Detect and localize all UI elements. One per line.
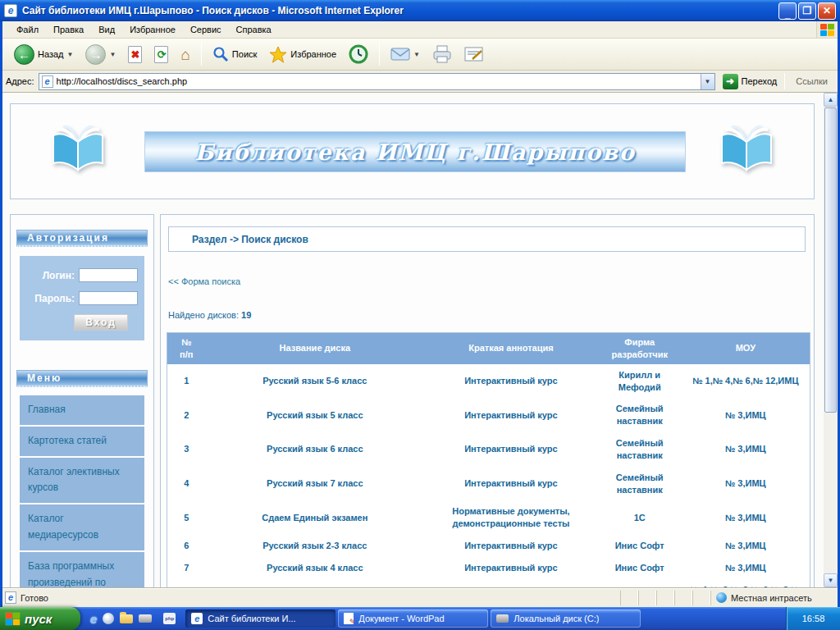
ie-menu-item[interactable]: Справка bbox=[229, 22, 279, 37]
scrollbar-thumb[interactable] bbox=[824, 107, 837, 413]
back-dropdown-icon[interactable]: ▼ bbox=[67, 51, 74, 58]
back-button[interactable]: ← Назад ▼ bbox=[9, 41, 78, 67]
table-cell: Интерактивный курс bbox=[424, 432, 598, 467]
security-zone: Местная интрасеть bbox=[710, 591, 835, 605]
links-separator bbox=[784, 73, 785, 89]
forward-dropdown-icon[interactable]: ▼ bbox=[109, 51, 116, 58]
links-label[interactable]: Ссылки bbox=[789, 76, 834, 86]
table-header-cell: Краткая аннотация bbox=[424, 333, 598, 364]
search-form-link[interactable]: << Форма поиска bbox=[168, 276, 240, 286]
login-input[interactable] bbox=[79, 268, 138, 282]
quick-launch: e bbox=[80, 607, 184, 630]
table-cell: № 1,№ 2,№ 3,№ 6,№ 8,№ 12,ИМЦ bbox=[682, 579, 810, 587]
ie-menubar-items: ФайлПравкаВидИзбранноеСервисСправка bbox=[9, 22, 279, 37]
restore-button[interactable]: ❐ bbox=[798, 2, 816, 20]
ie-menu-item[interactable]: Избранное bbox=[122, 22, 183, 37]
login-label: Логин: bbox=[43, 270, 75, 281]
cd-icon[interactable] bbox=[103, 613, 114, 624]
favorites-button[interactable]: Избранное bbox=[264, 41, 341, 67]
ie-menu-item[interactable]: Правка bbox=[46, 22, 91, 37]
password-label: Пароль: bbox=[34, 293, 75, 304]
taskbar-task[interactable]: Документ - WordPad bbox=[338, 609, 488, 628]
mail-dropdown-icon[interactable]: ▼ bbox=[413, 51, 420, 58]
table-cell: 6 bbox=[167, 535, 206, 557]
table-header-row: № п/пНазвание дискаКраткая аннотацияФирм… bbox=[167, 333, 810, 364]
status-separator bbox=[656, 591, 674, 605]
minimize-button[interactable]: _ bbox=[778, 2, 797, 20]
toolbar-separator bbox=[379, 43, 380, 66]
address-input[interactable] bbox=[53, 75, 701, 89]
taskbar-task[interactable]: Локальный диск (C:) bbox=[491, 609, 641, 628]
folder-icon[interactable] bbox=[120, 614, 133, 623]
taskbar-task[interactable]: eСайт библиотеки И... bbox=[185, 609, 336, 628]
table-cell: Семейный наставник bbox=[598, 467, 682, 501]
start-button[interactable]: пуск bbox=[0, 607, 80, 630]
sidebar-item[interactable]: Каталог медиаресурсов bbox=[20, 504, 144, 550]
task-label: Документ - WordPad bbox=[358, 614, 444, 623]
table-cell: Нормативные документы, демонстрационные … bbox=[424, 500, 598, 535]
favorites-label: Избранное bbox=[290, 49, 336, 59]
sidebar-item[interactable]: База программных произведений по литерат… bbox=[20, 552, 144, 587]
site-banner: Библиотека ИМЦ г.Шарыпово bbox=[144, 131, 686, 172]
table-row: 7Русский язык 4 классИнтерактивный курсИ… bbox=[167, 557, 810, 579]
table-cell: Интерактивный курс bbox=[424, 535, 598, 557]
edit-button[interactable] bbox=[459, 41, 489, 67]
table-cell: Инис Софт bbox=[598, 557, 682, 579]
vertical-scrollbar[interactable]: ▲ ▼ bbox=[824, 93, 838, 587]
php-icon[interactable] bbox=[163, 613, 176, 624]
stop-button[interactable]: ✖ bbox=[123, 41, 147, 67]
home-button[interactable]: ⌂ bbox=[176, 41, 194, 67]
ie-icon: e bbox=[191, 613, 203, 624]
window-title: Сайт библиотеки ИМЦ г.Шарыпово - Поиск д… bbox=[22, 5, 777, 16]
forward-button[interactable]: → ▼ bbox=[80, 41, 121, 67]
intranet-globe-icon bbox=[716, 592, 727, 603]
table-cell: № 3,ИМЦ bbox=[682, 557, 810, 579]
sidebar-item[interactable]: Картотека статей bbox=[20, 427, 144, 456]
ie-menu-item[interactable]: Вид bbox=[91, 22, 122, 37]
status-separator bbox=[638, 591, 656, 605]
table-cell: Семейный наставник bbox=[598, 432, 682, 467]
table-row: 6Русский язык 2-3 классИнтерактивный кур… bbox=[167, 535, 810, 557]
table-cell: 7 bbox=[167, 557, 206, 579]
drive-icon[interactable] bbox=[139, 614, 152, 623]
table-cell: № 3,ИМЦ bbox=[682, 535, 810, 557]
history-button[interactable] bbox=[344, 41, 373, 67]
breadcrumb: Раздел -> Поиск дисков bbox=[168, 226, 806, 252]
ie-icon[interactable]: e bbox=[90, 612, 97, 626]
history-icon bbox=[349, 44, 368, 64]
scroll-down-icon[interactable]: ▼ bbox=[824, 573, 838, 587]
sidebar: Авторизация Логин: Пароль: Вход Меню bbox=[10, 214, 154, 587]
table-cell: Семейный наставник bbox=[598, 398, 682, 432]
table-cell: Интерактивный курс bbox=[424, 579, 598, 587]
search-button[interactable]: Поиск bbox=[208, 41, 262, 67]
address-dropdown-icon[interactable]: ▼ bbox=[701, 74, 714, 89]
browser-viewport: Библиотека ИМЦ г.Шарыпово Авторизация bbox=[2, 93, 838, 587]
task-label: Сайт библиотеки И... bbox=[208, 614, 295, 623]
mail-button[interactable]: ▼ bbox=[386, 41, 425, 67]
clock-time: 16:58 bbox=[802, 614, 825, 623]
table-cell: № 3,ИМЦ bbox=[682, 398, 810, 432]
table-cell: Русский язык bbox=[206, 579, 425, 587]
print-button[interactable] bbox=[427, 41, 457, 67]
table-cell: Русский язык 6 класс bbox=[206, 432, 425, 467]
table-cell: № 3,ИМЦ bbox=[682, 432, 810, 467]
refresh-button[interactable]: ⟳ bbox=[149, 41, 173, 67]
task-label: Локальный диск (C:) bbox=[514, 614, 599, 623]
password-input[interactable] bbox=[79, 291, 138, 305]
zone-label: Местная интрасеть bbox=[731, 593, 812, 603]
windows-logo-icon bbox=[816, 21, 838, 38]
results-count-line: Найдено дисков: 19 bbox=[168, 310, 814, 320]
table-cell: № 3,ИМЦ bbox=[682, 500, 810, 535]
forward-icon: → bbox=[85, 44, 106, 65]
ie-menu-item[interactable]: Файл bbox=[9, 22, 46, 37]
close-button[interactable]: ✕ bbox=[818, 2, 836, 20]
table-cell: Интерактивный курс bbox=[424, 467, 598, 501]
scroll-up-icon[interactable]: ▲ bbox=[824, 93, 838, 107]
sidebar-item[interactable]: Каталог элективных курсов bbox=[20, 458, 144, 504]
taskbar-clock: 16:58 bbox=[786, 607, 840, 630]
windows-flag-icon bbox=[6, 613, 20, 625]
ie-menu-item[interactable]: Сервис bbox=[183, 22, 229, 37]
sidebar-item[interactable]: Главная bbox=[20, 395, 144, 425]
go-button[interactable]: ➜ Переход bbox=[719, 73, 781, 90]
login-button[interactable]: Вход bbox=[74, 314, 128, 331]
